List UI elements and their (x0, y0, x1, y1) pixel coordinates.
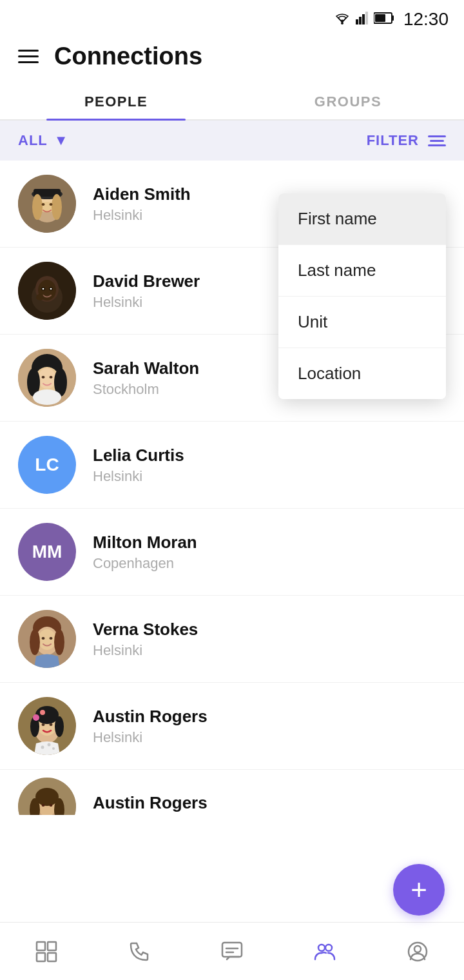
contact-info: Austin Rogers (93, 784, 446, 815)
sort-dropdown: First name Last name Unit Location (278, 193, 446, 399)
all-label: ALL (18, 132, 48, 149)
svg-rect-1 (356, 19, 358, 24)
sort-by-unit[interactable]: Unit (278, 297, 446, 348)
svg-rect-7 (375, 14, 385, 22)
svg-point-43 (50, 637, 53, 640)
svg-point-35 (33, 389, 61, 405)
svg-rect-67 (48, 942, 56, 950)
contact-name: Austin Rogers (93, 707, 446, 727)
wifi-icon (334, 12, 351, 27)
svg-point-56 (48, 743, 51, 747)
plus-icon: + (411, 876, 427, 904)
contact-location: Helsinki (93, 642, 446, 659)
list-item[interactable]: LC Lelia Curtis Helsinki (0, 422, 464, 509)
list-item[interactable]: MM Milton Moran Copenhagen (0, 509, 464, 596)
tabs-bar: PEOPLE GROUPS (0, 82, 464, 121)
svg-rect-3 (362, 14, 365, 24)
svg-point-41 (54, 629, 64, 655)
avatar (18, 175, 76, 233)
all-filter[interactable]: ALL ▼ (18, 132, 68, 149)
svg-point-64 (42, 804, 45, 807)
signal-icon (356, 12, 369, 27)
contact-location: Helsinki (93, 729, 446, 746)
svg-rect-6 (392, 15, 394, 21)
svg-point-33 (42, 376, 45, 378)
svg-point-55 (41, 746, 44, 749)
svg-point-42 (42, 637, 45, 640)
dashboard-icon (35, 940, 58, 963)
header: Connections (0, 35, 464, 82)
chat-icon (220, 940, 244, 963)
sort-by-first-name[interactable]: First name (278, 193, 446, 245)
svg-point-24 (43, 288, 44, 289)
bottom-navigation (0, 922, 464, 980)
svg-rect-66 (37, 942, 45, 950)
avatar (18, 610, 76, 668)
svg-rect-70 (222, 943, 242, 957)
add-contact-button[interactable]: + (393, 864, 445, 916)
list-item[interactable]: Verna Stokes Helsinki (0, 596, 464, 683)
nav-chat[interactable] (206, 932, 258, 971)
contact-name: Lelia Curtis (93, 446, 446, 466)
status-bar: 12:30 (0, 0, 464, 35)
avatar-initials: MM (32, 542, 63, 562)
people-icon (313, 940, 336, 963)
svg-point-52 (40, 710, 45, 715)
chevron-down-icon: ▼ (54, 132, 68, 149)
svg-rect-69 (48, 953, 56, 961)
phone-icon (128, 940, 151, 963)
svg-point-16 (42, 203, 45, 206)
svg-point-76 (414, 946, 421, 952)
avatar (18, 778, 76, 815)
svg-point-14 (32, 194, 43, 220)
tab-groups[interactable]: GROUPS (232, 82, 464, 119)
svg-rect-68 (37, 953, 45, 961)
hamburger-icon[interactable] (18, 50, 39, 63)
avatar (18, 349, 76, 407)
svg-point-40 (30, 629, 40, 655)
svg-point-15 (52, 194, 62, 220)
filter-label: FILTER (367, 132, 419, 149)
contact-name: Milton Moran (93, 533, 446, 553)
profile-icon (406, 940, 429, 963)
contact-location: Copenhagen (93, 555, 446, 572)
svg-rect-2 (359, 17, 362, 24)
contact-location: Helsinki (93, 468, 446, 485)
svg-point-73 (318, 945, 325, 951)
list-item[interactable]: Austin Rogers Helsinki (0, 683, 464, 770)
avatar-initials: LC (35, 455, 59, 475)
svg-point-53 (42, 723, 45, 726)
svg-point-48 (35, 706, 59, 724)
avatar (18, 697, 76, 755)
filter-bar: ALL ▼ FILTER (0, 121, 464, 161)
contact-info: Verna Stokes Helsinki (93, 620, 446, 659)
status-time: 12:30 (403, 9, 449, 30)
svg-point-17 (50, 203, 53, 206)
contact-info: Austin Rogers Helsinki (93, 707, 446, 746)
filter-lines-icon (428, 135, 446, 146)
nav-people[interactable] (299, 932, 351, 971)
avatar: MM (18, 523, 76, 581)
contact-info: Lelia Curtis Helsinki (93, 446, 446, 485)
sort-by-last-name[interactable]: Last name (278, 245, 446, 297)
svg-point-26 (36, 294, 44, 300)
nav-phone[interactable] (113, 932, 165, 971)
list-item[interactable]: Austin Rogers (0, 770, 464, 815)
contact-name: Verna Stokes (93, 620, 446, 640)
svg-point-50 (55, 716, 64, 737)
svg-point-34 (50, 376, 53, 378)
svg-point-65 (50, 804, 53, 807)
svg-point-54 (50, 723, 53, 726)
nav-profile[interactable] (392, 932, 443, 971)
tab-people[interactable]: PEOPLE (0, 82, 232, 119)
svg-point-0 (341, 22, 343, 24)
svg-point-74 (325, 945, 332, 951)
svg-point-39 (38, 629, 56, 650)
svg-point-25 (50, 288, 52, 289)
nav-dashboard[interactable] (21, 932, 72, 971)
svg-rect-4 (365, 12, 368, 24)
contact-name: Austin Rogers (93, 793, 446, 813)
sort-by-location[interactable]: Location (278, 348, 446, 399)
filter-button[interactable]: FILTER (367, 132, 446, 149)
avatar: LC (18, 436, 76, 494)
